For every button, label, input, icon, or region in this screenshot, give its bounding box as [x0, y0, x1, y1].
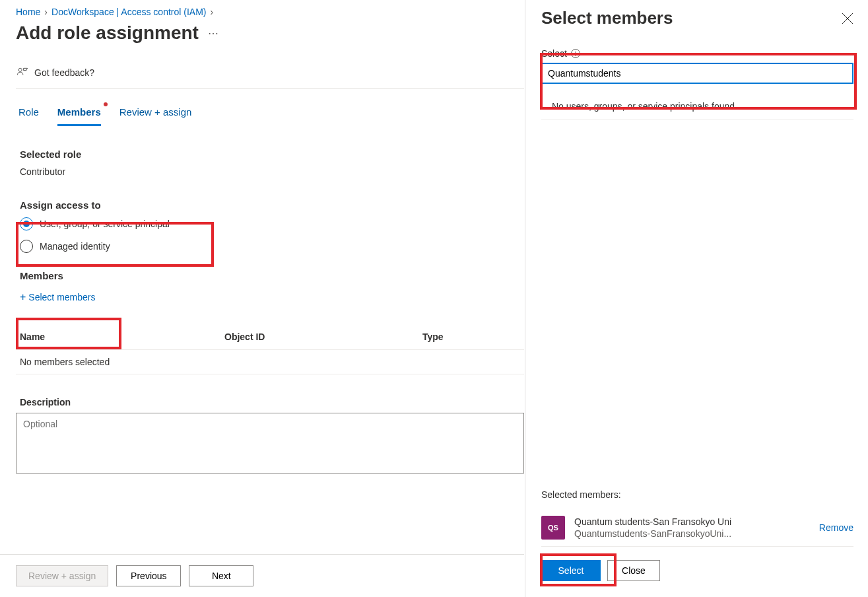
breadcrumb-resource[interactable]: DocWorkspace | Access control (IAM) — [51, 7, 206, 17]
select-members-panel: Select members Select i No users, groups… — [525, 0, 868, 597]
breadcrumb-separator: › — [44, 7, 48, 17]
no-results-message: No users, groups, or service principals … — [541, 101, 853, 120]
selected-role-value: Contributor — [20, 166, 524, 177]
more-actions-button[interactable]: ⋯ — [208, 27, 220, 40]
column-object-id: Object ID — [224, 332, 422, 342]
remove-member-link[interactable]: Remove — [819, 522, 853, 533]
feedback-icon — [16, 66, 29, 79]
feedback-label: Got feedback? — [34, 67, 94, 78]
members-label: Members — [20, 270, 524, 281]
svg-point-0 — [18, 68, 22, 71]
breadcrumb-separator: › — [210, 7, 213, 17]
selected-role-label: Selected role — [20, 149, 524, 160]
selected-member-sub: Quantumstudents-SanFransokyoUni... — [574, 528, 810, 540]
column-type: Type — [422, 332, 520, 342]
feedback-link[interactable]: Got feedback? — [16, 62, 524, 89]
avatar: QS — [541, 516, 565, 540]
page-title: Add role assignment — [16, 22, 199, 44]
radio-managed-identity[interactable]: Managed identity — [20, 240, 524, 253]
footer-bar: Review + assign Previous Next — [0, 554, 524, 597]
select-label: Select — [541, 48, 567, 59]
tab-review[interactable]: Review + assign — [119, 102, 192, 126]
panel-title: Select members — [541, 8, 673, 28]
column-name: Name — [20, 332, 224, 342]
tab-role[interactable]: Role — [18, 102, 39, 126]
members-table-header: Name Object ID Type — [16, 325, 524, 349]
selected-member-row: QS Quantum students-San Fransokyo Uni Qu… — [541, 509, 853, 547]
info-icon[interactable]: i — [571, 49, 580, 58]
select-button[interactable]: Select — [541, 560, 601, 581]
plus-icon: + — [20, 292, 26, 302]
close-icon[interactable] — [842, 13, 853, 24]
previous-button[interactable]: Previous — [116, 565, 181, 586]
assign-access-label: Assign access to — [20, 199, 524, 211]
tab-members[interactable]: Members — [57, 102, 101, 126]
member-search-input[interactable] — [541, 63, 853, 84]
close-button[interactable]: Close — [607, 560, 660, 581]
selected-member-name: Quantum students-San Fransokyo Uni — [574, 516, 810, 528]
members-table-empty: No members selected — [16, 349, 524, 374]
next-button[interactable]: Next — [189, 565, 253, 586]
select-members-link[interactable]: + Select members — [20, 288, 524, 306]
selected-members-label: Selected members: — [541, 489, 853, 500]
breadcrumb-home[interactable]: Home — [16, 7, 40, 17]
tab-bar: Role Members Review + assign — [16, 96, 524, 126]
radio-user-group-service-principal[interactable]: User, group, or service principal — [20, 217, 524, 230]
radio-icon — [20, 217, 33, 230]
tab-indicator-dot — [104, 102, 108, 106]
review-assign-button: Review + assign — [16, 565, 108, 586]
breadcrumb: Home › DocWorkspace | Access control (IA… — [16, 7, 524, 17]
description-label: Description — [20, 397, 524, 407]
description-input[interactable] — [16, 413, 524, 474]
radio-icon — [20, 240, 33, 253]
